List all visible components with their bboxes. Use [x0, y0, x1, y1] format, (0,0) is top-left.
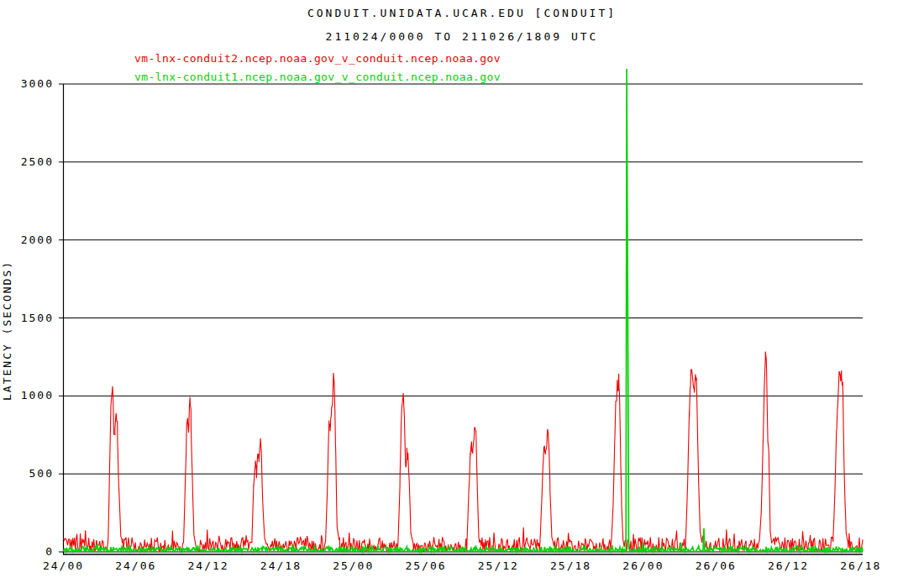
x-tick-label: 26/18 [823, 559, 899, 572]
x-tick-label: 26/12 [751, 559, 827, 572]
x-tick-label: 25/00 [316, 559, 391, 572]
x-tick-label: 24/00 [26, 559, 102, 572]
y-tick-label: 3000 [8, 77, 54, 90]
x-tick-label: 24/18 [243, 559, 318, 572]
latency-plot-svg [0, 0, 924, 588]
x-tick-label: 24/06 [98, 559, 174, 572]
x-tick-label: 26/00 [606, 559, 681, 572]
y-tick-label: 500 [8, 467, 54, 480]
green-latency-trace [64, 69, 864, 552]
y-tick-label: 1000 [8, 389, 54, 402]
y-tick-label: 0 [8, 545, 54, 558]
y-tick-label: 1500 [8, 312, 54, 324]
latency-chart-page: CONDUIT.UNIDATA.UCAR.EDU [CONDUIT] 21102… [0, 0, 924, 588]
x-tick-label: 25/06 [388, 559, 464, 572]
red-latency-trace [64, 352, 864, 551]
x-tick-label: 25/18 [533, 559, 609, 572]
x-tick-label: 25/12 [460, 559, 536, 572]
x-tick-label: 26/06 [678, 559, 753, 572]
y-tick-label: 2000 [8, 234, 54, 246]
y-tick-label: 2500 [8, 155, 54, 168]
x-tick-label: 24/12 [171, 559, 246, 572]
